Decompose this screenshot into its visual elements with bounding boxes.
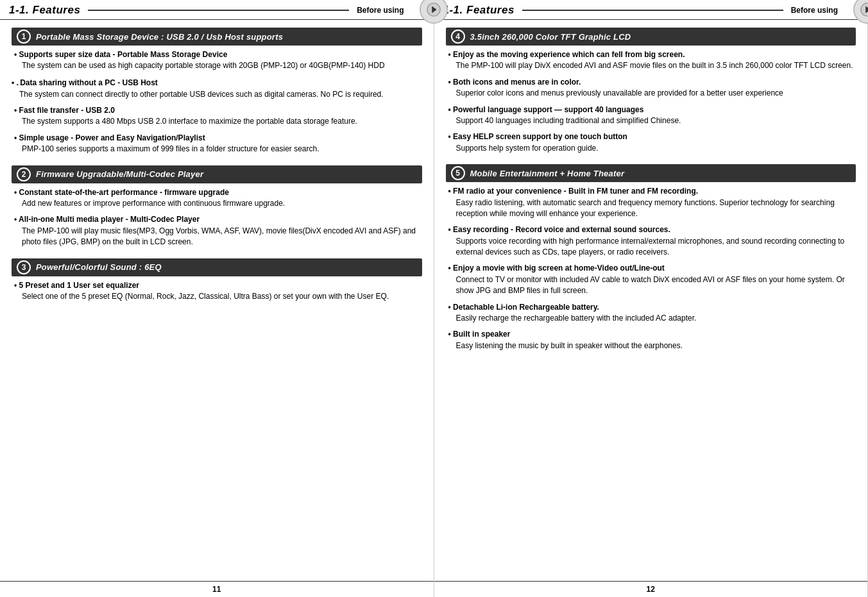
section-5-bullet-5-title: Built in speaker xyxy=(453,330,510,339)
section-2-bullet-1-title: Constant state-of-the-art performance - … xyxy=(19,188,229,197)
section-3-body: 5 Preset and 1 User set equalizer Select… xyxy=(12,280,422,303)
section-4: 4 3.5inch 260,000 Color TFT Graphic LCD … xyxy=(446,28,856,154)
right-page-content: 4 3.5inch 260,000 Color TFT Graphic LCD … xyxy=(434,20,868,581)
section-2-title: Firmware Upgradable/Multi-Codec Player xyxy=(36,169,203,179)
section-2-bullet-2-title: All-in-one Multi media player - Multi-Co… xyxy=(19,215,200,224)
section-4-bullet-1-title: Enjoy as the moving experience which can… xyxy=(453,50,685,59)
section-4-bullet-3-text: Support 40 languages including tradition… xyxy=(448,115,856,126)
header-divider-left xyxy=(88,10,349,11)
section-5-bullet-4: Detachable Li-ion Rechargeable battery. … xyxy=(448,302,856,324)
section-5-bullet-3-title: Enjoy a movie with big screen at home-Vi… xyxy=(453,264,665,273)
section-1-bullet-2-title: Data sharing without a PC - USB Host xyxy=(20,78,158,87)
section-3: 3 Powerful/Colorful Sound : 6EQ 5 Preset… xyxy=(12,258,422,303)
section-2: 2 Firmware Upgradable/Multi-Codec Player… xyxy=(12,165,422,248)
section-1-number: 1 xyxy=(17,29,31,44)
right-page: 1-1. Features Before using 4 3.5inch 260… xyxy=(434,0,869,597)
section-1-bullet-1: Supports super size data - Portable Mass… xyxy=(14,49,422,72)
section-3-title: Powerful/Colorful Sound : 6EQ xyxy=(36,262,162,272)
right-page-number: 12 xyxy=(647,585,655,594)
section-4-bullet-2: Both icons and menus are in color. Super… xyxy=(448,77,856,99)
section-2-number: 2 xyxy=(17,167,31,181)
section-3-bullet-1-text: Select one of the 5 preset EQ (Normal, R… xyxy=(14,291,422,302)
left-page-footer: 11 xyxy=(0,581,434,597)
section-4-bullet-2-text: Superior color icons and menus previousl… xyxy=(448,88,856,99)
header-divider-right xyxy=(522,10,783,11)
section-1-bullet-4: Simple usage - Power and Easy Navigation… xyxy=(14,133,422,155)
section-3-bullet-1-title: 5 Preset and 1 User set equalizer xyxy=(19,281,139,290)
section-2-header: 2 Firmware Upgradable/Multi-Codec Player xyxy=(12,165,422,183)
section-4-bullet-1-text: The PMP-100 will play DivX encoded AVI a… xyxy=(448,60,856,71)
section-1-bullet-3-title: Fast file transfer - USB 2.0 xyxy=(19,106,115,115)
section-5-body: FM radio at your convenience - Built in … xyxy=(446,186,856,351)
section-2-bullet-1: Constant state-of-the-art performance - … xyxy=(14,187,422,210)
section-2-bullet-1-text: Add new features or improve performance … xyxy=(14,198,422,209)
section-4-bullet-4-text: Supports help system for operation guide… xyxy=(448,143,856,154)
section-4-body: Enjoy as the moving experience which can… xyxy=(446,49,856,154)
section-4-title: 3.5inch 260,000 Color TFT Graphic LCD xyxy=(470,32,631,42)
right-before-using: Before using xyxy=(791,6,838,15)
section-5-header: 5 Mobile Entertainment + Home Theater xyxy=(446,164,856,182)
section-3-header: 3 Powerful/Colorful Sound : 6EQ xyxy=(12,258,422,276)
section-1-bullet-3-text: The system supports a 480 Mbps USB 2.0 i… xyxy=(14,116,422,127)
section-5-bullet-3-text: Connect to TV or monitor with included A… xyxy=(448,274,856,297)
section-1-header: 1 Portable Mass Storage Device : USB 2.0… xyxy=(12,28,422,46)
section-5-bullet-4-text: Easily recharge the rechargeable battery… xyxy=(448,313,856,324)
section-5-number: 5 xyxy=(451,166,465,180)
section-4-number: 4 xyxy=(451,29,465,44)
left-before-using: Before using xyxy=(357,6,404,15)
section-4-header: 4 3.5inch 260,000 Color TFT Graphic LCD xyxy=(446,28,856,46)
section-5-title: Mobile Entertainment + Home Theater xyxy=(470,169,625,178)
section-5-bullet-2-text: Supports voice recording with high perfo… xyxy=(448,236,856,258)
section-4-bullet-4: Easy HELP screen support by one touch bu… xyxy=(448,131,856,154)
section-4-bullet-3-title: Powerful language support — support 40 l… xyxy=(453,105,643,114)
section-5-bullet-5-text: Easy listening the music by built in spe… xyxy=(448,341,856,351)
left-page: 1-1. Features Before using 1 Portable Ma… xyxy=(0,0,434,597)
section-5-bullet-1-title: FM radio at your convenience - Built in … xyxy=(453,187,698,196)
section-2-bullet-2-text: The PMP-100 will play music files(MP3, O… xyxy=(14,226,422,248)
section-1-bullet-4-title: Simple usage - Power and Easy Navigation… xyxy=(19,133,205,142)
right-page-header: 1-1. Features Before using xyxy=(434,0,868,20)
section-1: 1 Portable Mass Storage Device : USB 2.0… xyxy=(12,28,422,155)
left-page-title: 1-1. Features xyxy=(9,4,80,17)
left-page-number: 11 xyxy=(212,585,221,594)
section-5-bullet-4-title: Detachable Li-ion Rechargeable battery. xyxy=(453,303,599,312)
section-2-body: Constant state-of-the-art performance - … xyxy=(12,187,422,248)
section-1-bullet-1-text: The system can be used as high capacity … xyxy=(14,60,422,71)
section-3-number: 3 xyxy=(17,260,31,274)
section-1-bullet-2: .Data sharing without a PC - USB Host Th… xyxy=(12,77,422,100)
section-1-bullet-3: Fast file transfer - USB 2.0 The system … xyxy=(14,105,422,128)
section-5-bullet-1-text: Easy radio listening, with automatic sea… xyxy=(448,198,856,220)
section-5-bullet-3: Enjoy a movie with big screen at home-Vi… xyxy=(448,263,856,296)
section-1-bullet-4-text: PMP-100 series supports a maximum of 999… xyxy=(14,144,422,155)
section-5: 5 Mobile Entertainment + Home Theater FM… xyxy=(446,164,856,351)
section-4-bullet-2-title: Both icons and menus are in color. xyxy=(453,78,581,87)
section-4-bullet-1: Enjoy as the moving experience which can… xyxy=(448,49,856,72)
left-page-content: 1 Portable Mass Storage Device : USB 2.0… xyxy=(0,20,434,581)
section-5-bullet-1: FM radio at your convenience - Built in … xyxy=(448,186,856,219)
section-1-title: Portable Mass Storage Device : USB 2.0 /… xyxy=(36,32,283,42)
section-4-bullet-4-title: Easy HELP screen support by one touch bu… xyxy=(453,132,627,141)
section-1-body: Supports super size data - Portable Mass… xyxy=(12,49,422,155)
section-1-bullet-1-title: Supports super size data - Portable Mass… xyxy=(19,50,228,59)
right-page-footer: 12 xyxy=(434,581,868,597)
section-3-bullet-1: 5 Preset and 1 User set equalizer Select… xyxy=(14,280,422,303)
right-page-title: 1-1. Features xyxy=(443,4,515,17)
section-4-bullet-3: Powerful language support — support 40 l… xyxy=(448,105,856,127)
left-page-header: 1-1. Features Before using xyxy=(0,0,434,20)
section-5-bullet-2-title: Easy recording - Record voice and extern… xyxy=(453,225,670,234)
section-5-bullet-5: Built in speaker Easy listening the musi… xyxy=(448,329,856,351)
section-5-bullet-2: Easy recording - Record voice and extern… xyxy=(448,224,856,258)
section-2-bullet-2: All-in-one Multi media player - Multi-Co… xyxy=(14,214,422,248)
section-1-bullet-2-text: The system can connect directly to other… xyxy=(12,89,422,100)
